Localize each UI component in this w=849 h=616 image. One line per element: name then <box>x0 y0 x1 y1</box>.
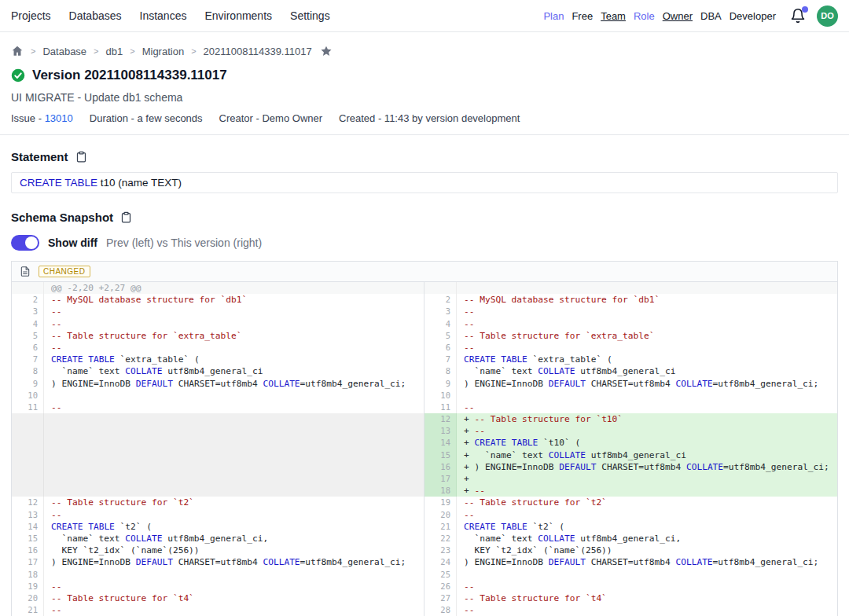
sql-text: utf8mb4_general_ci, <box>575 534 681 544</box>
sql-keyword: TABLE <box>501 522 527 532</box>
changed-badge: CHANGED <box>39 266 90 277</box>
role-switcher: RoleOwnerDBADeveloper <box>634 10 776 22</box>
option-free[interactable]: Free <box>572 10 593 22</box>
diff-row: 12+ -- Table structure for `t10` <box>424 413 837 425</box>
diff-row: 9) ENGINE=InnoDB DEFAULT CHARSET=utf8mb4… <box>424 378 837 390</box>
line-content <box>457 282 837 294</box>
sql-text: CHARSET=utf8mb4 <box>173 379 263 389</box>
line-number: 11 <box>12 402 44 413</box>
breadcrumb-item[interactable]: Migration <box>142 46 184 57</box>
line-number: 6 <box>424 342 457 354</box>
sql-comment: -- <box>464 402 474 412</box>
sql-keyword: CREATE <box>51 354 83 365</box>
line-number: 2 <box>12 294 44 306</box>
diff-row: 8 `name` text COLLATE utf8mb4_general_ci <box>12 365 424 377</box>
avatar[interactable]: DO <box>817 6 838 27</box>
line-number: 13 <box>424 425 457 437</box>
sql-comment: -- <box>51 402 61 412</box>
sql-comment: -- <box>464 343 474 353</box>
line-content: -- Table structure for `extra_table` <box>44 330 424 342</box>
line-content: -- <box>457 318 837 330</box>
sql-keyword: COLLATE <box>125 366 162 376</box>
home-icon[interactable] <box>11 45 24 57</box>
diff-row: 4-- <box>12 318 424 330</box>
nav-link-instances[interactable]: Instances <box>140 9 187 22</box>
line-content: -- Table structure for `t4` <box>457 592 837 604</box>
line-content: CREATE TABLE `extra_table` ( <box>44 354 424 365</box>
option-dba[interactable]: DBA <box>700 10 722 22</box>
sql-text: =utf8mb4_general_ci; <box>723 462 829 472</box>
breadcrumb-item[interactable]: 20211008114339.11017 <box>204 46 312 57</box>
line-content: KEY `t2_idx` (`name`(256)) <box>457 544 837 556</box>
line-number <box>12 282 44 294</box>
line-content: + CREATE TABLE `t10` ( <box>457 437 837 449</box>
diff-row <box>12 413 424 425</box>
line-number: 10 <box>12 390 44 402</box>
sql-text: CHARSET=utf8mb4 <box>586 379 676 389</box>
breadcrumb-item[interactable]: Database <box>42 46 86 57</box>
group-label: Role <box>634 10 655 22</box>
line-content: -- Table structure for `extra_table` <box>457 330 837 342</box>
copy-statement-button[interactable] <box>75 151 87 163</box>
nav-link-databases[interactable]: Databases <box>69 9 122 22</box>
show-diff-row: Show diff Prev (left) vs This version (r… <box>0 231 849 261</box>
sql-keyword: COLLATE <box>686 462 723 472</box>
breadcrumb-separator: > <box>130 46 134 56</box>
line-content: -- <box>44 318 424 330</box>
sql-text: `extra_table` ( <box>115 354 200 365</box>
notification-bell-button[interactable] <box>790 8 806 24</box>
statement-heading: Statement <box>11 150 68 163</box>
diff-row: 28-- <box>424 604 837 616</box>
sql-text: ) ENGINE=InnoDB <box>464 379 549 389</box>
diff-row: 22 `name` text COLLATE utf8mb4_general_c… <box>424 533 837 544</box>
snapshot-section-head: Schema Snapshot <box>0 193 849 231</box>
line-content: + `name` text COLLATE utf8mb4_general_ci <box>457 449 837 461</box>
star-icon[interactable] <box>320 45 333 57</box>
line-number: 20 <box>12 592 44 604</box>
copy-snapshot-button[interactable] <box>120 211 132 223</box>
diff-body: @@ -2,20 +2,27 @@2-- MySQL database stru… <box>12 281 837 616</box>
breadcrumb-separator: > <box>191 46 196 56</box>
added-line-marker: + <box>464 462 474 472</box>
issue-link[interactable]: 13010 <box>45 112 73 124</box>
diff-row <box>12 473 424 485</box>
breadcrumb-item[interactable]: db1 <box>106 46 123 57</box>
show-diff-toggle[interactable] <box>11 235 39 251</box>
option-developer[interactable]: Developer <box>730 10 776 22</box>
line-content <box>44 461 424 473</box>
line-content: ) ENGINE=InnoDB DEFAULT CHARSET=utf8mb4 … <box>44 378 424 390</box>
diff-row: 6-- <box>12 342 424 354</box>
sql-text: `name` text <box>51 534 125 544</box>
nav-link-projects[interactable]: Projects <box>11 9 51 22</box>
line-number: 4 <box>424 318 457 330</box>
line-number: 27 <box>424 592 457 604</box>
meta-row: Issue - 13010Duration - a few secondsCre… <box>0 104 849 134</box>
sql-keyword: CREATE <box>474 438 505 448</box>
statement-section-head: Statement <box>0 135 849 170</box>
nav-link-environments[interactable]: Environments <box>204 9 272 22</box>
sql-keyword: TABLE <box>64 177 97 189</box>
diff-row: 5-- Table structure for `extra_table` <box>12 330 424 342</box>
nav-link-settings[interactable]: Settings <box>290 9 330 22</box>
option-team[interactable]: Team <box>601 10 626 22</box>
sql-keyword: CREATE <box>20 177 62 189</box>
option-owner[interactable]: Owner <box>663 10 693 22</box>
line-content: -- <box>44 402 424 413</box>
added-line-marker: + <box>464 426 474 436</box>
sql-keyword: DEFAULT <box>549 557 586 567</box>
line-content: CREATE TABLE `t2` ( <box>457 521 837 533</box>
line-number: 3 <box>424 306 457 317</box>
diff-row: 16 KEY `t2_idx` (`name`(256)) <box>12 544 424 556</box>
sql-keyword: DEFAULT <box>559 462 596 472</box>
line-number: 12 <box>424 413 457 425</box>
line-number: 5 <box>424 330 457 342</box>
line-number: 14 <box>424 437 457 449</box>
line-number: 19 <box>424 497 457 508</box>
added-line-marker: + <box>464 450 474 460</box>
line-content <box>44 390 424 402</box>
line-content: + ) ENGINE=InnoDB DEFAULT CHARSET=utf8mb… <box>457 461 837 473</box>
diff-row: 20-- Table structure for `t4` <box>12 592 424 604</box>
line-number <box>12 437 44 449</box>
migration-subtitle: UI MIGRATE - Update db1 schema <box>0 83 849 104</box>
diff-row: 8 `name` text COLLATE utf8mb4_general_ci <box>424 365 837 377</box>
